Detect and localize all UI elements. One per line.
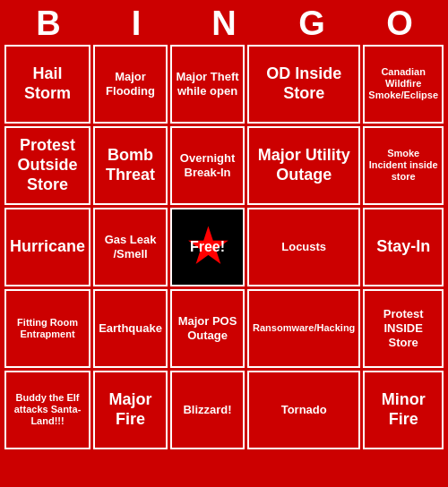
- cell-text: Major Theft while open: [176, 70, 239, 98]
- cell-text: Fitting Room Entrapment: [10, 317, 85, 340]
- cell-18: Ransomware/Hacking: [247, 289, 360, 368]
- cell-text: Bomb Threat: [99, 146, 162, 184]
- cell-text: Overnight Break-In: [176, 151, 239, 179]
- cell-24: Minor Fire: [363, 371, 444, 449]
- letter-b: B: [4, 5, 92, 43]
- cell-text: Major Fire: [99, 390, 162, 429]
- cell-19: Protest INSIDE Store: [363, 289, 444, 368]
- cell-16: Earthquake: [93, 289, 168, 368]
- cell-text: Hurricane: [10, 237, 85, 257]
- cell-text: Minor Fire: [368, 390, 438, 429]
- cell-13: Locusts: [247, 208, 360, 286]
- cell-text: Earthquake: [99, 321, 162, 336]
- cell-text: Blizzard!: [183, 403, 231, 417]
- cell-17: Major POS Outage: [170, 289, 245, 368]
- cell-1: Major Flooding: [93, 45, 168, 124]
- cell-text: Protest INSIDE Store: [368, 307, 438, 349]
- cell-21: Major Fire: [93, 371, 168, 449]
- cell-text: Smoke Incident inside store: [368, 148, 438, 184]
- cell-7: Overnight Break-In: [170, 126, 245, 205]
- cell-3: OD Inside Store: [247, 45, 360, 124]
- letter-o: O: [356, 5, 444, 43]
- cell-4: Canadian Wildfire Smoke/Eclipse: [363, 45, 444, 124]
- cell-14: Stay-In: [363, 208, 444, 286]
- bingo-grid: Hail StormMajor FloodingMajor Theft whil…: [4, 45, 444, 449]
- cell-text: Major POS Outage: [176, 314, 239, 342]
- cell-text: Major Utility Outage: [253, 146, 355, 184]
- cell-text: Gas Leak /Smell: [99, 233, 162, 261]
- cell-20: Buddy the Elf attacks Santa-Land!!!: [4, 371, 90, 449]
- cell-text: Protest Outside Store: [10, 136, 85, 194]
- letter-n: N: [180, 5, 268, 43]
- letter-g: G: [268, 5, 356, 43]
- cell-text: OD Inside Store: [253, 64, 355, 103]
- letter-i: I: [92, 5, 180, 43]
- cell-0: Hail Storm: [4, 45, 90, 124]
- cell-10: Hurricane: [4, 208, 90, 286]
- cell-22: Blizzard!: [170, 371, 245, 449]
- cell-5: Protest Outside Store: [4, 126, 90, 205]
- bingo-header: B I N G O: [4, 5, 444, 43]
- cell-15: Fitting Room Entrapment: [4, 289, 90, 368]
- cell-8: Major Utility Outage: [247, 126, 360, 205]
- cell-text: Locusts: [281, 240, 326, 254]
- cell-text: Major Flooding: [99, 70, 162, 98]
- cell-text: Buddy the Elf attacks Santa-Land!!!: [10, 392, 85, 428]
- cell-text: Tornado: [281, 403, 327, 417]
- cell-11: Gas Leak /Smell: [93, 208, 168, 286]
- cell-text: Stay-In: [376, 237, 430, 257]
- cell-text: Ransomware/Hacking: [253, 322, 355, 334]
- cell-2: Major Theft while open: [170, 45, 245, 124]
- cell-12: ★Free!: [170, 208, 245, 286]
- cell-text: Hail Storm: [10, 64, 85, 103]
- free-label: Free!: [190, 238, 225, 255]
- cell-9: Smoke Incident inside store: [363, 126, 444, 205]
- cell-23: Tornado: [247, 371, 360, 449]
- cell-text: Canadian Wildfire Smoke/Eclipse: [368, 66, 438, 102]
- cell-6: Bomb Threat: [93, 126, 168, 205]
